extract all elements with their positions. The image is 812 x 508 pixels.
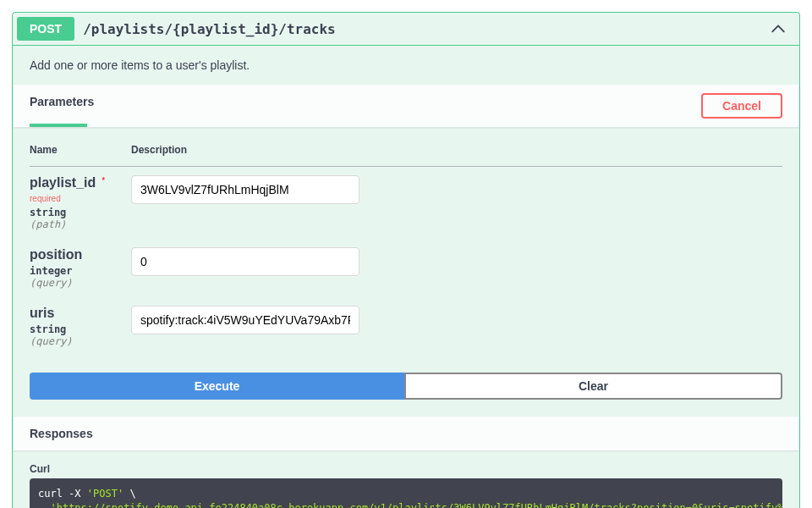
position-input[interactable]: [131, 247, 359, 276]
param-name: position: [30, 247, 131, 262]
responses-header: Responses: [13, 417, 799, 450]
clear-button[interactable]: Clear: [404, 373, 782, 400]
required-label: required: [30, 194, 61, 203]
playlist-id-input[interactable]: [131, 175, 359, 204]
http-method-badge: POST: [17, 17, 74, 41]
param-in: (query): [30, 277, 131, 289]
cancel-button[interactable]: Cancel: [701, 93, 782, 119]
chevron-up-icon[interactable]: [770, 19, 787, 39]
column-header-description: Description: [131, 144, 782, 167]
parameters-table: Name Description playlist_id * required …: [30, 144, 782, 356]
operation-summary[interactable]: POST /playlists/{playlist_id}/tracks: [13, 13, 799, 46]
parameter-row: playlist_id * required string (path): [30, 167, 782, 240]
param-type: integer: [30, 262, 131, 277]
required-asterisk: *: [99, 176, 105, 185]
parameters-header: Parameters Cancel: [13, 85, 799, 127]
param-in: (query): [30, 335, 131, 347]
param-name: uris: [30, 306, 131, 321]
execute-button[interactable]: Execute: [30, 373, 404, 400]
column-header-name: Name: [30, 144, 131, 167]
uris-input[interactable]: [131, 306, 359, 334]
tab-underline: [30, 124, 87, 127]
operation-description: Add one or more items to a user's playli…: [13, 46, 799, 85]
responses-title: Responses: [30, 427, 782, 440]
curl-command: curl -X 'POST' \ 'https://spotify-demo-a…: [30, 478, 782, 508]
endpoint-path: /playlists/{playlist_id}/tracks: [83, 21, 770, 37]
parameter-row: position integer (query): [30, 239, 782, 297]
param-name: playlist_id: [30, 175, 96, 190]
param-in: (path): [30, 218, 131, 230]
parameters-tab[interactable]: Parameters: [30, 95, 94, 117]
param-type: string: [30, 204, 131, 218]
param-type: string: [30, 321, 131, 335]
curl-label: Curl: [30, 463, 782, 475]
parameter-row: uris string (query): [30, 297, 782, 356]
